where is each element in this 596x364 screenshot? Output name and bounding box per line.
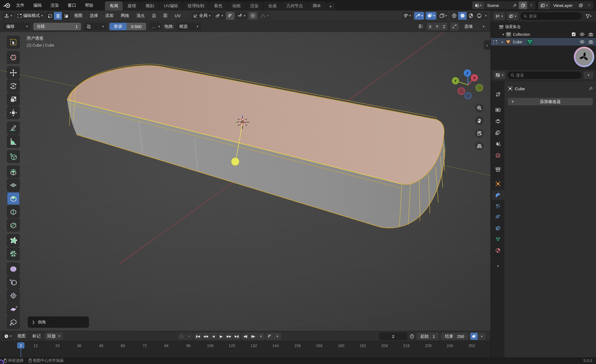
pin-icon[interactable] xyxy=(589,86,593,91)
gizmos-toggle[interactable]: ▾ xyxy=(414,12,424,20)
menu-vertex[interactable]: 顶点 xyxy=(133,13,148,18)
timeline-menu-view[interactable]: 视图 xyxy=(15,333,29,339)
tool-select-box[interactable] xyxy=(7,36,20,49)
chevron-down-icon[interactable]: ▾ xyxy=(483,14,488,17)
axis-x-neg-ball[interactable] xyxy=(458,88,465,95)
current-frame-field[interactable]: 2 xyxy=(379,333,407,340)
tool-inset-faces[interactable] xyxy=(7,179,20,192)
editor-type-button[interactable]: ▾ xyxy=(2,12,14,20)
drag-mode-dropdown[interactable]: 框选 ▾ xyxy=(177,23,201,30)
tool-transform[interactable] xyxy=(7,106,20,119)
frame-end-field[interactable]: 结束 250 xyxy=(441,333,468,340)
outliner-editor-type-button[interactable]: ▾ xyxy=(494,12,505,20)
tab-particles[interactable] xyxy=(492,201,504,211)
outliner-row-cube[interactable]: | ▸ Cube xyxy=(491,38,596,46)
chevron-down-icon[interactable]: ▾ xyxy=(274,333,281,340)
workspace-tab-layout[interactable]: 布局 xyxy=(105,1,123,11)
face-select-button[interactable] xyxy=(62,12,70,20)
menu-file[interactable]: 文件 xyxy=(12,0,29,11)
timeline-menu-marker[interactable]: 标记 xyxy=(30,333,44,339)
menu-render[interactable]: 渲染 xyxy=(46,0,63,11)
shading-rendered-button[interactable] xyxy=(475,12,483,20)
scene-name[interactable]: Scene xyxy=(484,3,510,8)
chevron-down-icon[interactable]: ▾ xyxy=(478,333,485,340)
play-reverse-button[interactable]: ◀ xyxy=(210,333,217,340)
transform-orientation-dropdown[interactable]: 全局 ▾ xyxy=(191,12,212,20)
object-visibility-dropdown[interactable]: ▾ xyxy=(402,12,412,20)
axis-y-neg-ball[interactable] xyxy=(476,84,483,91)
expand-chevron-icon[interactable]: ▾ xyxy=(502,33,504,36)
pin-icon[interactable] xyxy=(510,1,519,9)
shading-wireframe-button[interactable] xyxy=(450,12,458,20)
mirror-y-button[interactable]: Y xyxy=(434,23,441,30)
snap-keys-icon[interactable] xyxy=(266,333,273,340)
menu-view[interactable]: 视图 xyxy=(71,13,86,18)
auto-keying-button[interactable] xyxy=(470,333,478,340)
viewlayer-browse-icon[interactable]: ▾ xyxy=(538,1,550,9)
preview-range-icon[interactable]: ◯ xyxy=(178,333,185,340)
bevel-affect-dropdown[interactable]: 边 ▾ xyxy=(84,23,107,30)
properties-search-input[interactable] xyxy=(516,73,579,77)
tab-view-layer[interactable] xyxy=(492,128,504,138)
bevel-segments-slider[interactable]: 分段 1 xyxy=(33,23,81,30)
overlays-toggle[interactable]: ▾ xyxy=(426,12,436,20)
outliner-search-input[interactable] xyxy=(529,14,579,18)
axis-z-neg-ball[interactable] xyxy=(465,93,471,99)
outliner-row-collection[interactable]: ▾ Collection xyxy=(491,31,596,38)
jump-to-end-button[interactable]: ▶▮ xyxy=(233,333,241,340)
properties-editor-type-button[interactable]: ▾ xyxy=(494,71,505,79)
snap-target-dropdown[interactable]: ▾ xyxy=(236,12,247,20)
workspace-tab-geometry-nodes[interactable]: 几何节点 xyxy=(282,1,308,11)
tool-shear[interactable] xyxy=(7,303,20,315)
workspace-tab-texture-paint[interactable]: 纹理绘制 xyxy=(183,1,209,11)
playhead-marker[interactable]: 2 xyxy=(17,342,24,348)
tab-modifiers[interactable] xyxy=(492,190,504,200)
tab-output[interactable] xyxy=(492,116,504,126)
unlink-icon[interactable]: × xyxy=(527,1,535,9)
tool-edge-slide[interactable] xyxy=(7,276,20,289)
snap-toggle-button[interactable] xyxy=(226,12,234,20)
tool-spin[interactable] xyxy=(7,247,20,260)
camera-view-button[interactable] xyxy=(475,129,484,138)
pan-button[interactable] xyxy=(475,116,484,125)
navigation-gizmo[interactable]: Z X Y xyxy=(450,64,489,103)
outliner-search[interactable] xyxy=(520,12,582,20)
workspace-tab-rendering[interactable]: 渲染 xyxy=(246,1,264,11)
tool-cursor[interactable] xyxy=(7,51,20,64)
menu-add[interactable]: 添加 xyxy=(102,13,117,18)
proportional-falloff-dropdown[interactable]: ▾ xyxy=(258,12,271,20)
outliner-row-scene-collection[interactable]: 场景集合 xyxy=(491,23,596,31)
tool-loop-cut[interactable] xyxy=(7,205,20,218)
workspace-tab-compositing[interactable]: 合成 xyxy=(264,1,282,11)
tool-options-dropdown[interactable]: 选项 ▾ xyxy=(462,23,487,30)
properties-options-button[interactable]: ▾ xyxy=(584,72,593,79)
menu-face[interactable]: 面 xyxy=(160,13,171,18)
step-forward-button[interactable]: ▮▶ xyxy=(249,333,257,340)
menu-mesh[interactable]: 网格 xyxy=(118,13,132,18)
eye-icon[interactable] xyxy=(580,32,585,36)
sidebar-collapse-tab[interactable]: ‹ xyxy=(484,40,490,50)
tab-constraints[interactable] xyxy=(492,223,504,233)
viewport-3d[interactable]: 用户透视 (2) Cube | Cube ❯ 倒角 xyxy=(0,32,490,331)
snap-base-icon[interactable] xyxy=(450,23,459,30)
vertex-select-button[interactable] xyxy=(46,12,54,20)
viewport-canvas[interactable] xyxy=(0,32,490,331)
tab-world[interactable] xyxy=(492,150,504,160)
step-back-button[interactable]: ◀▮ xyxy=(242,333,249,340)
workspace-tab-scripting[interactable]: 脚本 xyxy=(308,1,326,11)
operator-panel-bevel[interactable]: ❯ 倒角 xyxy=(28,317,89,328)
xray-toggle[interactable]: ▾ xyxy=(438,12,449,20)
menu-edit[interactable]: 编辑 xyxy=(29,0,46,11)
timeline-editor-type-button[interactable]: ▾ xyxy=(2,332,14,340)
add-modifier-button[interactable]: + 添加修改器 xyxy=(508,98,593,106)
chevron-down-icon[interactable]: ▾ xyxy=(186,333,193,340)
add-workspace-button[interactable]: + xyxy=(326,2,335,11)
proportional-editing-button[interactable] xyxy=(249,12,257,20)
tool-poly-build[interactable] xyxy=(7,234,20,247)
menu-select[interactable]: 选择 xyxy=(87,13,101,18)
blender-logo-icon[interactable] xyxy=(2,2,12,9)
tool-rip-region[interactable] xyxy=(7,316,20,329)
checkbox-icon[interactable] xyxy=(572,32,576,36)
tool-measure[interactable] xyxy=(7,135,20,148)
remove-icon[interactable]: × xyxy=(585,1,593,9)
